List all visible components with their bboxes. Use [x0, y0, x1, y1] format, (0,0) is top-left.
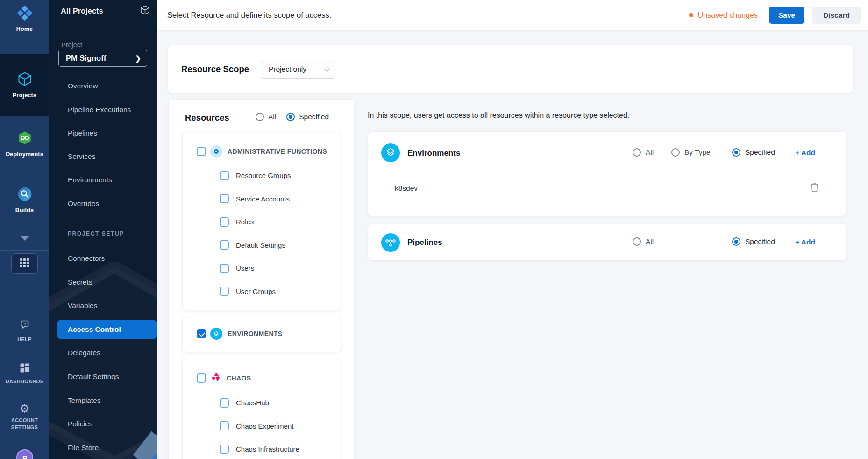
module-picker-button[interactable]	[11, 253, 38, 274]
checkbox-service-accounts[interactable]	[220, 194, 229, 203]
checkbox-administrative-functions[interactable]	[197, 147, 206, 156]
pipelines-add-button[interactable]: + Add	[795, 238, 815, 246]
sidebar-item-overview[interactable]: Overview	[49, 77, 157, 95]
resource-child-row: User Groups	[220, 280, 341, 303]
user-avatar[interactable]: P	[16, 449, 33, 459]
resource-child-row: Resource Groups	[220, 164, 341, 187]
sidebar-item-secrets[interactable]: Secrets	[49, 273, 157, 292]
sidebar-item-environments[interactable]: Environments	[49, 171, 157, 189]
apps-grid-icon	[20, 258, 29, 270]
radio-icon	[286, 113, 295, 121]
resource-child-row: Service Accounts	[220, 187, 341, 211]
sidebar-item-connectors[interactable]: Connectors	[49, 249, 157, 268]
environments-icon	[210, 328, 222, 340]
resources-panel: Resources All Specified A	[169, 100, 354, 459]
project-field-label: Project	[61, 41, 82, 49]
checkbox-users[interactable]	[220, 264, 229, 273]
rail-item-builds[interactable]: Builds	[0, 186, 49, 214]
rail-item-deployments[interactable]: Deployments	[0, 130, 49, 158]
checkbox-chaos-infrastructure[interactable]	[220, 445, 229, 454]
sidebar-item-file-store[interactable]: File Store	[49, 438, 157, 457]
resource-child-row: Chaos Experiment	[220, 415, 341, 438]
project-select-value: PM Signoff	[66, 54, 106, 63]
chevron-down-icon	[324, 65, 330, 72]
radio-icon	[732, 237, 740, 246]
checkbox-roles[interactable]	[220, 217, 229, 227]
sidebar-item-pipeline-executions[interactable]: Pipeline Executions	[49, 100, 157, 119]
pipelines-card-title: Pipelines	[407, 238, 442, 247]
sidebar-item-default-settings[interactable]: Default Settings	[49, 367, 157, 386]
checkbox-environments[interactable]	[197, 329, 206, 338]
all-projects-link[interactable]: All Projects	[61, 5, 150, 17]
help-chat-icon: ?	[19, 319, 31, 333]
checkbox-resource-groups[interactable]	[220, 171, 229, 180]
chevron-right-icon: ❯	[135, 54, 141, 63]
svg-text:?: ?	[23, 321, 26, 326]
checkbox-chaoshub[interactable]	[220, 398, 229, 408]
rail-item-home[interactable]: Home	[0, 6, 49, 32]
sidebar-item-policies[interactable]: Policies	[49, 415, 157, 433]
rail-label-projects: Projects	[13, 92, 36, 99]
radio-pipelines-all[interactable]: All	[633, 237, 654, 246]
environments-add-button[interactable]: + Add	[795, 149, 815, 157]
rail-label-account-settings: ACCOUNT SETTINGS	[11, 417, 38, 431]
radio-environments-specified[interactable]: Specified	[732, 148, 775, 157]
sidebar-divider	[54, 24, 151, 24]
radio-icon	[633, 148, 641, 157]
checkbox-user-groups[interactable]	[220, 287, 229, 296]
checkbox-default-settings[interactable]	[220, 240, 229, 250]
sidebar-item-access-control[interactable]: Access Control	[57, 320, 157, 339]
sidebar-item-pipelines[interactable]: Pipelines	[49, 124, 157, 143]
dashboards-grid-icon	[19, 362, 30, 375]
resource-child-row: Chaos Infrastructure	[220, 437, 341, 459]
rail-label-help: HELP	[17, 336, 32, 343]
app-root: Home Projects Deplo	[0, 0, 868, 459]
checkbox-chaos[interactable]	[197, 373, 206, 383]
sidebar-item-variables[interactable]: Variables	[49, 296, 157, 315]
resource-group-administrative-functions: ADMINISTRATIVE FUNCTIONS Resource Groups…	[182, 133, 341, 310]
all-projects-label: All Projects	[61, 7, 103, 15]
environments-card-title: Environments	[407, 149, 460, 158]
project-setup-header: PROJECT SETUP	[68, 230, 124, 237]
admin-functions-icon	[210, 145, 222, 158]
project-sidebar: All Projects Project PM Signoff ❯ Overvi…	[49, 0, 157, 459]
radio-resources-all[interactable]: All	[256, 113, 276, 121]
item-separator	[381, 204, 833, 204]
pipelines-icon	[381, 233, 400, 252]
project-select[interactable]: PM Signoff ❯	[58, 50, 147, 67]
radio-resources-specified[interactable]: Specified	[286, 113, 329, 121]
radio-icon	[671, 148, 680, 157]
radio-pipelines-specified[interactable]: Specified	[732, 237, 775, 246]
unsaved-changes-badge: Unsaved changes	[689, 11, 758, 20]
discard-button[interactable]: Discard	[812, 7, 861, 24]
resources-title: Resources	[185, 113, 229, 123]
module-rail: Home Projects Deplo	[0, 0, 49, 459]
radio-environments-all[interactable]: All	[633, 148, 654, 157]
checkbox-chaos-experiment[interactable]	[220, 421, 229, 430]
radio-icon	[732, 148, 740, 157]
rail-collapse-chevron[interactable]	[0, 236, 49, 241]
sidebar-item-overrides[interactable]: Overrides	[49, 194, 157, 213]
rail-label-home: Home	[16, 26, 33, 32]
sidebar-item-delegates[interactable]: Delegates	[49, 344, 157, 362]
home-diamond-icon	[17, 6, 32, 22]
pipelines-scope-card: Pipelines All Specified + Add	[368, 224, 846, 260]
save-button[interactable]: Save	[769, 7, 804, 24]
sidebar-item-services[interactable]: Services	[49, 147, 157, 166]
rail-item-dashboards[interactable]: DASHBOARDS	[0, 362, 49, 385]
rail-item-projects[interactable]: Projects	[0, 54, 49, 116]
environment-item-k8sdev: k8sdev	[395, 184, 418, 193]
rail-item-account-settings[interactable]: ⚙ ACCOUNT SETTINGS	[0, 403, 49, 431]
resource-group-chaos: CHAOS ChaosHub Chaos Experiment Chaos In…	[182, 359, 341, 459]
environments-scope-card: Environments All By Type Specified + Add…	[368, 132, 846, 216]
radio-icon	[633, 237, 641, 246]
trash-icon[interactable]	[810, 182, 819, 195]
resource-child-row: Default Settings	[220, 234, 341, 257]
rail-divider	[14, 115, 35, 115]
main-content: Select Resource and define its scope of …	[157, 0, 868, 459]
resource-scope-card: Resource Scope Project only	[168, 45, 853, 93]
radio-environments-by-type[interactable]: By Type	[671, 148, 711, 157]
rail-item-help[interactable]: ? HELP	[0, 319, 49, 343]
resource-scope-dropdown[interactable]: Project only	[261, 60, 335, 79]
sidebar-item-templates[interactable]: Templates	[49, 391, 157, 410]
